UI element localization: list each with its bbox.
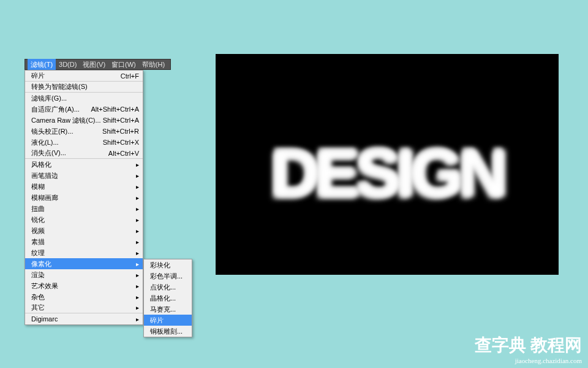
chevron-right-icon: ▸ [136,272,139,278]
chevron-right-icon: ▸ [136,205,139,212]
menu-stylize[interactable]: 风格化 ▸ [25,159,143,170]
menu-convert-smart-filters[interactable]: 转换为智能滤镜(S) [25,82,143,93]
menu-digimarc[interactable]: Digimarc ▸ [25,313,143,324]
chevron-right-icon: ▸ [136,261,139,267]
canvas-text-layer: DESIGN [216,131,557,209]
menu-noise[interactable]: 杂色 ▸ [25,291,143,302]
menu-camera-raw-filter[interactable]: Camera Raw 滤镜(C)... Shift+Ctrl+A [25,115,143,126]
chevron-right-icon: ▸ [136,217,139,223]
menu-lens-correction[interactable]: 镜头校正(R)... Shift+Ctrl+R [25,126,143,137]
submenu-fragment[interactable]: 碎片 [144,315,192,326]
submenu-facet[interactable]: 彩块化 [144,259,192,270]
submenu-color-halftone[interactable]: 彩色半调... [144,270,192,282]
document-canvas: DESIGN DESIGN DESIGN DESIGN [216,54,559,275]
menu-blur[interactable]: 模糊 ▸ [25,181,143,192]
menu-liquify[interactable]: 液化(L)... Shift+Ctrl+X [25,137,143,148]
chevron-right-icon: ▸ [136,161,139,168]
submenu-crystallize[interactable]: 晶格化... [144,293,192,304]
chevron-right-icon: ▸ [136,304,139,311]
menu-distort[interactable]: 扭曲 ▸ [25,203,143,214]
menu-sketch[interactable]: 素描 ▸ [25,236,143,247]
submenu-mosaic[interactable]: 马赛克... [144,304,192,315]
chevron-right-icon: ▸ [136,294,139,301]
menu-artistic[interactable]: 艺术效果 ▸ [25,280,143,291]
menu-adaptive-wide-angle[interactable]: 自适应广角(A)... Alt+Shift+Ctrl+A [25,104,143,115]
submenu-pointillize[interactable]: 点状化... [144,282,192,293]
pixelate-submenu: 彩块化 彩色半调... 点状化... 晶格化... 马赛克... 碎片 铜板雕刻… [143,259,192,337]
menubar-item-help[interactable]: 帮助(H) [139,59,168,71]
menu-texture[interactable]: 纹理 ▸ [25,247,143,258]
filter-menu: 碎片 Ctrl+F 转换为智能滤镜(S) 滤镜库(G)... 自适应广角(A).… [24,70,143,325]
menubar-item-3d[interactable]: 3D(D) [56,59,80,69]
menu-vanishing-point[interactable]: 消失点(V)... Alt+Ctrl+V [25,148,143,159]
menu-render[interactable]: 渲染 ▸ [25,269,143,280]
chevron-right-icon: ▸ [136,172,139,179]
watermark: 查字典 教程网 jiaocheng.chazidian.com [475,334,582,364]
menu-brush-strokes[interactable]: 画笔描边 ▸ [25,170,143,181]
chevron-right-icon: ▸ [136,250,139,256]
chevron-right-icon: ▸ [136,283,139,289]
menu-last-filter[interactable]: 碎片 Ctrl+F [25,71,143,82]
submenu-mezzotint[interactable]: 铜板雕刻... [144,326,192,337]
menubar-item-window[interactable]: 窗口(W) [108,59,139,71]
watermark-brand: 查字典 教程网 [475,334,582,357]
chevron-right-icon: ▸ [136,228,139,234]
chevron-right-icon: ▸ [136,239,139,245]
chevron-right-icon: ▸ [136,183,139,190]
menu-pixelate[interactable]: 像素化 ▸ [25,258,143,269]
menu-filter-gallery[interactable]: 滤镜库(G)... [25,93,143,104]
menubar-item-filter[interactable]: 滤镜(T) [28,59,56,71]
menubar-item-view[interactable]: 视图(V) [80,59,108,71]
menu-sharpen[interactable]: 锐化 ▸ [25,214,143,225]
chevron-right-icon: ▸ [136,194,139,201]
menu-video[interactable]: 视频 ▸ [25,225,143,236]
chevron-right-icon: ▸ [136,316,139,323]
menu-blur-gallery[interactable]: 模糊画廊 ▸ [25,192,143,203]
watermark-url: jiaocheng.chazidian.com [475,357,582,364]
menubar: 滤镜(T) 3D(D) 视图(V) 窗口(W) 帮助(H) [24,59,171,70]
menu-other[interactable]: 其它 ▸ [25,302,143,313]
